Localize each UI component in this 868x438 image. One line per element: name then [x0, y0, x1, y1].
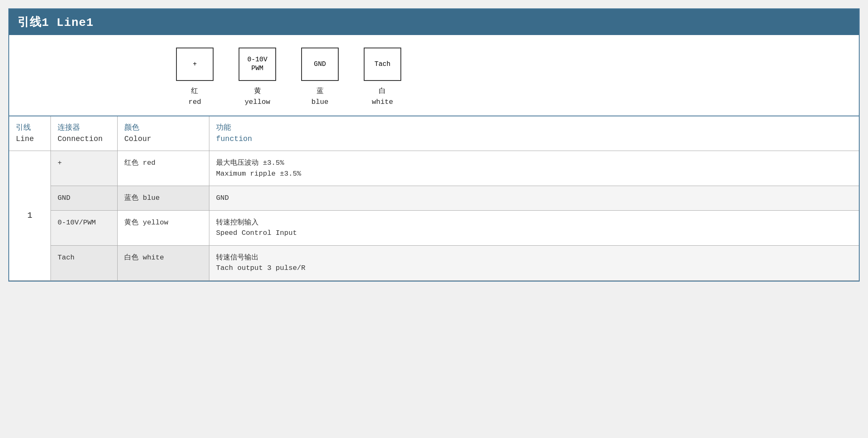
pin-diagram: +红red0-10V PWM黄yellowGND蓝blueTach白white [176, 48, 401, 107]
pin-item-3: Tach白white [364, 48, 401, 107]
pin-label-2: 蓝blue [312, 86, 329, 107]
pin-item-0: +红red [176, 48, 214, 107]
data-rows-container: VENTF 1+红色 red最大电压波动 ±3.5%Maximum ripple… [9, 151, 859, 281]
line-en: Line [16, 133, 44, 145]
colour-col-2: 黄色 yellow [118, 211, 209, 245]
table-section: 引线 Line 连接器 Connection 颜色 Colour 功能 func… [9, 116, 859, 281]
pin-box-1: 0-10V PWM [239, 48, 276, 81]
function-col-2: 转速控制输入Speed Control Input [209, 211, 859, 245]
colour-col-0: 红色 red [118, 151, 209, 186]
function-col-0: 最大电压波动 ±3.5%Maximum ripple ±3.5% [209, 151, 859, 186]
pin-item-1: 0-10V PWM黄yellow [239, 48, 276, 107]
pin-label-1: 黄yellow [244, 86, 270, 107]
main-container: 引线1 Line1 +红red0-10V PWM黄yellowGND蓝blueT… [8, 8, 860, 282]
connection-en: Connection [58, 133, 111, 145]
table-header-row: 引线 Line 连接器 Connection 颜色 Colour 功能 func… [9, 116, 859, 151]
colour-cn: 颜色 [124, 122, 202, 133]
col-line-header: 引线 Line [9, 116, 51, 151]
function-col-1: GND [209, 186, 859, 210]
pin-box-2: GND [301, 48, 339, 81]
connection-col-2: 0-10V/PWM [51, 211, 118, 245]
connection-cn: 连接器 [58, 122, 111, 133]
title-text: 引线1 Line1 [18, 16, 94, 29]
line-cn: 引线 [16, 122, 44, 133]
function-en: function [216, 133, 852, 145]
table-row: GND蓝色 blueGND [51, 186, 859, 211]
sub-rows-0: +红色 red最大电压波动 ±3.5%Maximum ripple ±3.5%G… [51, 151, 859, 281]
col-colour-header: 颜色 Colour [118, 116, 209, 151]
line-number-0: 1 [9, 151, 51, 281]
connection-col-0: + [51, 151, 118, 186]
table-row: 0-10V/PWM黄色 yellow转速控制输入Speed Control In… [51, 211, 859, 246]
table-row: Tach白色 white转速信号输出Tach output 3 pulse/R [51, 246, 859, 281]
pin-item-2: GND蓝blue [301, 48, 339, 107]
connection-col-1: GND [51, 186, 118, 210]
pin-box-3: Tach [364, 48, 401, 81]
function-col-3: 转速信号输出Tach output 3 pulse/R [209, 246, 859, 280]
col-function-header: 功能 function [209, 116, 859, 151]
colour-en: Colour [124, 133, 202, 145]
title-bar: 引线1 Line1 [9, 9, 859, 35]
pin-label-3: 白white [372, 86, 393, 107]
colour-col-1: 蓝色 blue [118, 186, 209, 210]
diagram-section: +红red0-10V PWM黄yellowGND蓝blueTach白white [9, 35, 859, 116]
col-connection-header: 连接器 Connection [51, 116, 118, 151]
function-cn: 功能 [216, 122, 852, 133]
pin-box-0: + [176, 48, 214, 81]
colour-col-3: 白色 white [118, 246, 209, 280]
connection-col-3: Tach [51, 246, 118, 280]
pin-label-0: 红red [189, 86, 201, 107]
table-row: +红色 red最大电压波动 ±3.5%Maximum ripple ±3.5% [51, 151, 859, 186]
